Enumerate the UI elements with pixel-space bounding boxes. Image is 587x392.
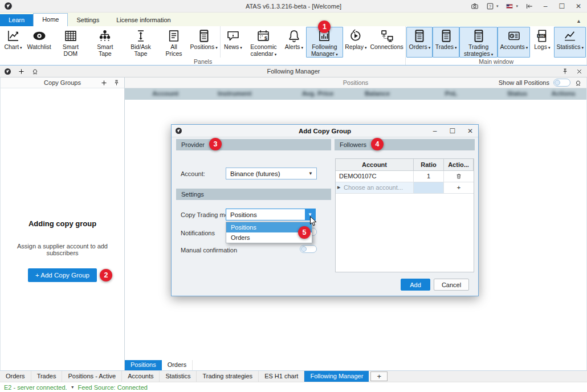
logs-icon: LOG bbox=[533, 28, 551, 44]
window-tab-trading-strategies[interactable]: Trading strategies bbox=[197, 371, 259, 382]
dropdown-caret-icon: ▾ bbox=[548, 46, 551, 50]
dropdown-caret-icon: ▾ bbox=[240, 46, 242, 50]
ribbon-button-label: Logs▾ bbox=[534, 44, 550, 51]
followers-table-header: Account Ratio Actio... bbox=[336, 159, 474, 171]
minimize-button[interactable]: – bbox=[541, 2, 550, 10]
add-copy-group-button[interactable]: + Add Copy Group bbox=[28, 268, 97, 282]
add-copy-group-icon[interactable] bbox=[100, 79, 108, 87]
panel-bottom-tabs: Positions Orders bbox=[125, 360, 586, 370]
dialog-minimize-button[interactable]: – bbox=[430, 127, 439, 135]
positions-column-status: Status bbox=[507, 90, 527, 97]
choose-account-field[interactable]: Choose an account... bbox=[336, 182, 414, 193]
window-tab-positions-active[interactable]: Positions - Active bbox=[62, 371, 122, 382]
follower-account[interactable]: DEMO0107C bbox=[336, 171, 414, 182]
pin-icon[interactable] bbox=[561, 68, 569, 75]
window-tab-statistics[interactable]: Statistics bbox=[160, 371, 197, 382]
step-badge-2: 2 bbox=[100, 269, 112, 281]
dialog-maximize-button[interactable]: ☐ bbox=[448, 127, 457, 135]
following-manager-button[interactable]: Following Manager▾1 bbox=[306, 27, 343, 58]
all-prices-button[interactable]: All Prices bbox=[160, 27, 189, 58]
provider-account-select[interactable]: Binance (futures) ▼ bbox=[226, 168, 317, 179]
positions-column-pnl: PnL bbox=[445, 90, 458, 97]
server-status-caret-icon[interactable]: ▼ bbox=[71, 385, 75, 389]
accounts-button[interactable]: Accounts▾ bbox=[498, 27, 530, 58]
alerts-button[interactable]: Alerts▾ bbox=[282, 27, 306, 58]
copy-trading-mode-select[interactable]: Positions ▼ bbox=[226, 209, 316, 220]
dialog-add-button[interactable]: Add bbox=[401, 279, 430, 291]
ribbon-tab-learn[interactable]: Learn bbox=[0, 14, 33, 26]
dialog-title-bar: Add Copy Group – ☐ ✕ bbox=[172, 125, 478, 137]
window-tab-accounts[interactable]: Accounts bbox=[122, 371, 160, 382]
trades-button[interactable]: Trades▾ bbox=[433, 27, 459, 58]
sidebar-pin-icon[interactable] bbox=[113, 79, 120, 87]
dropdown-caret-icon: ▾ bbox=[581, 46, 584, 50]
ribbon-button-label: Replay▾ bbox=[345, 44, 366, 51]
ribbon-tab-home[interactable]: Home bbox=[33, 13, 68, 26]
bid-ask-tape-button[interactable]: Bid/Ask Tape bbox=[122, 27, 160, 58]
ribbon-button-label: Watchlist bbox=[27, 44, 51, 51]
dropdown-caret-icon: ▾ bbox=[365, 46, 367, 50]
dropdown-caret-icon: ▾ bbox=[455, 46, 457, 50]
followers-col-ratio: Ratio bbox=[414, 159, 444, 170]
replay-button[interactable]: Replay▾ bbox=[343, 27, 369, 58]
tab-orders[interactable]: Orders bbox=[162, 360, 193, 370]
help-icon[interactable]: ? bbox=[486, 2, 494, 10]
positions-column-header: AccountInstrumentAvg. PriceBalancePnLSta… bbox=[125, 88, 586, 100]
logs-button[interactable]: LOGLogs▾ bbox=[530, 27, 554, 58]
ribbon-button-label: Alerts▾ bbox=[285, 44, 303, 51]
dialog-close-button[interactable]: ✕ bbox=[466, 127, 475, 135]
economic-calendar-button[interactable]: $Economic calendar▾ bbox=[245, 27, 282, 58]
dialog-cancel-button[interactable]: Cancel bbox=[434, 279, 469, 291]
ribbon-button-label: Smart Tape bbox=[91, 44, 120, 57]
maximize-button[interactable]: ☐ bbox=[557, 2, 566, 10]
new-tab-button[interactable]: + bbox=[370, 371, 388, 381]
doc-icon bbox=[165, 28, 182, 44]
positions-button[interactable]: Positions▾ bbox=[188, 27, 219, 58]
connections-button[interactable]: Connections bbox=[369, 27, 405, 58]
window-tab-orders[interactable]: Orders bbox=[0, 371, 31, 382]
title-bar: ATAS v6.1.3.216-beta - [Welcome] ?▾ ▾ – … bbox=[0, 0, 587, 13]
ribbon-tab-license-information[interactable]: License information bbox=[108, 14, 179, 26]
new-follower-ratio-cell[interactable] bbox=[414, 182, 444, 193]
settings-header-label: Settings bbox=[181, 191, 204, 198]
panel-title: Following Manager bbox=[0, 68, 587, 75]
news-button[interactable]: News▾ bbox=[221, 27, 245, 58]
smart-tape-button[interactable]: Smart Tape bbox=[88, 27, 123, 58]
announcement-icon[interactable] bbox=[31, 68, 39, 75]
window-tab-es-h1-chart[interactable]: ES H1 chart bbox=[259, 371, 304, 382]
follower-ratio[interactable]: 1 bbox=[414, 171, 444, 182]
trading-strategies-button[interactable]: Trading strategies▾ bbox=[459, 27, 498, 58]
restore-columns-icon[interactable] bbox=[574, 79, 582, 87]
smart-dom-button[interactable]: Smart DOM bbox=[53, 27, 88, 58]
close-button[interactable]: ✕ bbox=[574, 2, 583, 10]
window-tab-strip: OrdersTradesPositions - ActiveAccountsSt… bbox=[0, 370, 587, 382]
notepad-icon bbox=[470, 28, 487, 44]
ribbon-button-label: Statistics▾ bbox=[556, 44, 584, 51]
dropdown-caret-icon: ▾ bbox=[301, 46, 304, 50]
window-tab-following-manager[interactable]: Following Manager bbox=[304, 371, 369, 382]
dock-arrow-icon[interactable] bbox=[525, 2, 533, 10]
statistics-button[interactable]: Statistics▾ bbox=[554, 27, 586, 58]
manual-confirmation-label: Manual confirmation bbox=[181, 247, 237, 254]
add-follower-button[interactable]: + bbox=[444, 182, 474, 193]
window-tab-trades[interactable]: Trades bbox=[31, 371, 63, 382]
language-flag-icon[interactable] bbox=[506, 2, 513, 10]
ribbon-collapse-icon[interactable]: ▲ bbox=[576, 18, 581, 26]
watchlist-button[interactable]: Watchlist bbox=[25, 27, 53, 58]
show-all-positions-toggle[interactable] bbox=[553, 79, 570, 87]
panel-close-icon[interactable] bbox=[576, 68, 583, 75]
follower-row: DEMO0107C 1 bbox=[336, 171, 474, 182]
delete-follower-icon[interactable] bbox=[455, 173, 462, 180]
status-bar: E2 - server connected. ▼ Feed Source: Co… bbox=[0, 382, 587, 392]
chart-button[interactable]: Chart▾ bbox=[1, 27, 25, 58]
tab-positions[interactable]: Positions bbox=[125, 360, 162, 370]
add-panel-icon[interactable] bbox=[18, 68, 25, 75]
followers-section-header: Followers 4 bbox=[335, 139, 475, 150]
camera-icon[interactable] bbox=[471, 2, 479, 10]
ribbon: Chart▾WatchlistSmart DOMSmart TapeBid/As… bbox=[0, 26, 587, 66]
followers-table: Account Ratio Actio... DEMO0107C 1 ▶ Cho… bbox=[335, 158, 474, 272]
select-open-caret-icon[interactable]: ▼ bbox=[305, 209, 315, 220]
manual-confirmation-toggle[interactable] bbox=[300, 245, 317, 253]
ribbon-tab-settings[interactable]: Settings bbox=[68, 14, 108, 26]
orders-button[interactable]: Orders▾ bbox=[406, 27, 433, 58]
